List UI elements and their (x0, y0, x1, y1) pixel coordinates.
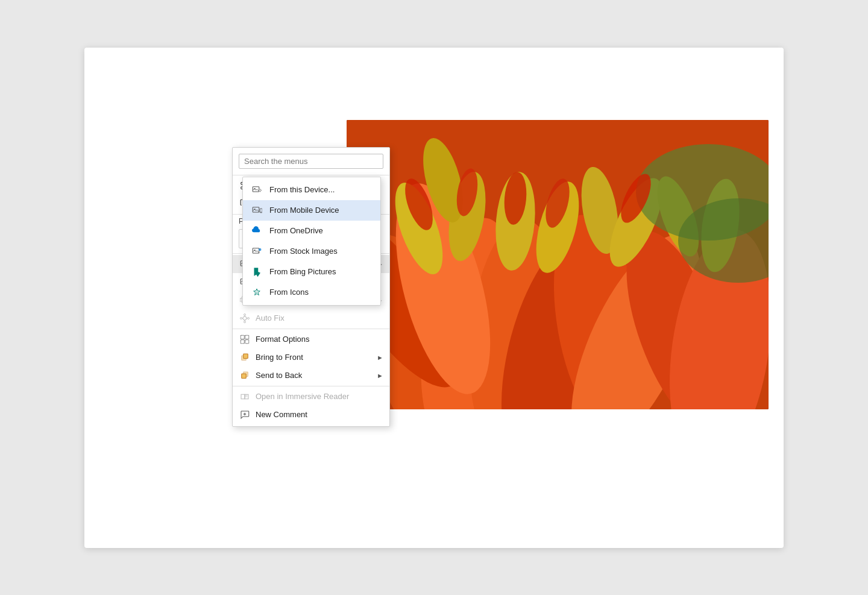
from-stock-icon (250, 245, 263, 258)
from-onedrive-label: From OneDrive (269, 226, 373, 235)
format-options-label: Format Options (256, 335, 383, 344)
menu-item-new-comment[interactable]: New Comment (233, 406, 389, 424)
menu-item-auto-fix[interactable]: Auto Fix (233, 309, 389, 327)
new-comment-label: New Comment (256, 410, 383, 419)
from-bing-label: From Bing Pictures (269, 267, 373, 276)
search-input[interactable] (239, 154, 383, 169)
page-container: Cut Copy Paste options: (84, 48, 784, 548)
bring-front-label: Bring to Front (256, 353, 374, 362)
immersive-reader-icon (239, 391, 251, 403)
svg-rect-66 (241, 339, 244, 343)
submenu-from-bing[interactable]: From Bing Pictures (243, 262, 380, 282)
svg-point-56 (241, 317, 242, 319)
from-mobile-icon (250, 204, 263, 217)
svg-rect-64 (241, 335, 244, 339)
format-options-icon (239, 333, 251, 345)
menu-item-send-back[interactable]: Send to Back ► (233, 367, 389, 385)
immersive-reader-label: Open in Immersive Reader (256, 392, 383, 401)
menu-item-format-options[interactable]: Format Options (233, 330, 389, 348)
new-comment-icon (239, 409, 251, 421)
auto-fix-icon (239, 312, 251, 324)
divider-1 (233, 175, 389, 175)
from-stock-label: From Stock Images (269, 247, 373, 256)
svg-point-57 (248, 317, 250, 319)
svg-rect-71 (242, 374, 247, 379)
bring-front-arrow: ► (377, 354, 383, 361)
auto-fix-label: Auto Fix (256, 313, 383, 323)
send-back-arrow: ► (377, 372, 383, 379)
from-mobile-label: From Mobile Device (269, 206, 373, 215)
divider-5 (233, 386, 389, 386)
svg-rect-67 (245, 339, 249, 343)
from-onedrive-icon (250, 224, 263, 238)
svg-point-84 (259, 248, 262, 251)
divider-4 (233, 329, 389, 329)
svg-rect-65 (245, 335, 249, 339)
submenu-from-stock[interactable]: From Stock Images (243, 241, 380, 262)
submenu-from-onedrive[interactable]: From OneDrive (243, 221, 380, 241)
svg-point-58 (244, 313, 246, 315)
from-icons-label: From Icons (269, 288, 373, 297)
search-box-wrapper (233, 150, 389, 174)
from-device-label: From this Device... (269, 185, 373, 194)
send-back-icon (239, 370, 251, 382)
menu-item-immersive-reader[interactable]: Open in Immersive Reader (233, 388, 389, 406)
background-image (347, 120, 769, 409)
submenu-from-mobile[interactable]: From Mobile Device (243, 200, 380, 221)
menu-item-bring-front[interactable]: Bring to Front ► (233, 348, 389, 367)
svg-point-59 (244, 321, 246, 323)
from-bing-icon (250, 265, 263, 279)
from-icons-icon (250, 286, 263, 299)
submenu-from-device[interactable]: From this Device... (243, 180, 380, 200)
submenu-change-picture: From this Device... From Mobile Device (242, 177, 381, 306)
bring-front-icon (239, 351, 251, 364)
svg-point-85 (256, 291, 258, 293)
submenu-from-icons[interactable]: From Icons (243, 282, 380, 303)
svg-point-55 (243, 316, 247, 320)
from-device-icon (250, 183, 263, 197)
svg-rect-69 (244, 354, 248, 359)
send-back-label: Send to Back (256, 371, 374, 380)
